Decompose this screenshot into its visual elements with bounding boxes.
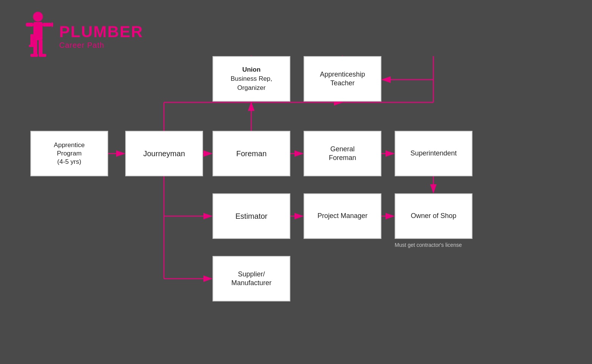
foreman-label: Foreman [236, 149, 266, 158]
svg-rect-10 [29, 45, 35, 47]
header: PLUMBER Career Path [23, 11, 143, 61]
estimator-box: Estimator [213, 193, 290, 239]
supplier-box: Supplier/Manufacturer [213, 256, 290, 301]
estimator-label: Estimator [235, 211, 267, 221]
superintendent-label: Superintendent [410, 149, 457, 158]
svg-rect-5 [33, 39, 37, 55]
project-manager-label: Project Manager [317, 212, 367, 220]
journeyman-label: Journeyman [143, 149, 185, 158]
svg-marker-4 [52, 22, 53, 27]
apprentice-label: ApprenticeProgram(4-5 yrs) [54, 141, 85, 166]
svg-rect-2 [26, 23, 33, 27]
owner-of-shop-label: Owner of Shop [411, 212, 456, 220]
apprentice-box: ApprenticeProgram(4-5 yrs) [30, 131, 108, 176]
general-foreman-label: GeneralForeman [329, 145, 356, 163]
foreman-box: Foreman [213, 131, 290, 176]
owner-of-shop-box: Owner of Shop [395, 193, 472, 239]
project-manager-box: Project Manager [304, 193, 381, 239]
title-plumber: PLUMBER [59, 23, 143, 41]
svg-rect-9 [30, 34, 33, 46]
title-career: Career Path [59, 41, 143, 50]
svg-rect-3 [43, 23, 52, 27]
svg-rect-1 [33, 22, 43, 40]
contractor-license-note: Must get contractor's license [395, 242, 490, 248]
plumber-icon [23, 11, 53, 61]
title-block: PLUMBER Career Path [59, 23, 143, 50]
superintendent-box: Superintendent [395, 131, 472, 176]
apprenticeship-teacher-label: ApprenticeshipTeacher [320, 70, 365, 88]
svg-point-0 [33, 12, 43, 22]
supplier-label: Supplier/Manufacturer [231, 270, 271, 288]
journeyman-box: Journeyman [125, 131, 203, 176]
union-box: UnionBusiness Rep,Organizer [213, 56, 290, 102]
apprenticeship-teacher-box: ApprenticeshipTeacher [304, 56, 381, 102]
svg-rect-6 [39, 39, 43, 55]
union-label: UnionBusiness Rep,Organizer [231, 65, 272, 92]
general-foreman-box: GeneralForeman [304, 131, 381, 176]
svg-rect-8 [39, 54, 46, 57]
svg-rect-7 [30, 54, 38, 57]
